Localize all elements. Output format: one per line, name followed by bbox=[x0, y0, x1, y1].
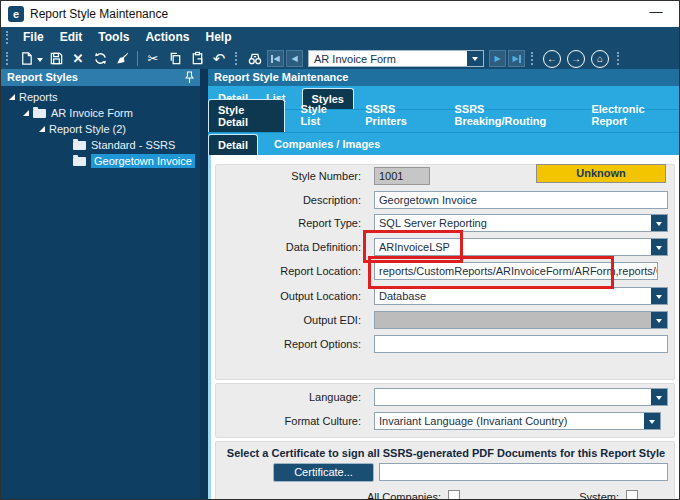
home-icon: ⌂ bbox=[597, 54, 603, 64]
certificate-field[interactable] bbox=[379, 463, 668, 481]
menu-help[interactable]: Help bbox=[197, 27, 239, 48]
data-definition-dropdown[interactable] bbox=[651, 239, 667, 255]
report-styles-panel: Report Styles Reports AR Invoice Form Re… bbox=[1, 69, 200, 500]
format-culture-value: Invariant Language (Invariant Country) bbox=[375, 415, 644, 427]
forward-button[interactable]: → bbox=[567, 50, 585, 68]
detail-panel-header: Report Style Maintenance bbox=[208, 69, 680, 86]
save-button[interactable] bbox=[45, 50, 67, 68]
clear-button[interactable] bbox=[111, 50, 133, 68]
report-type-label: Report Type: bbox=[201, 217, 361, 229]
menu-actions[interactable]: Actions bbox=[137, 27, 197, 48]
new-document-icon bbox=[19, 51, 34, 66]
pin-icon[interactable] bbox=[184, 71, 195, 84]
output-edi-combo bbox=[374, 311, 668, 329]
chevron-down-icon bbox=[656, 246, 662, 253]
first-record-button[interactable]: ◀ bbox=[267, 50, 284, 67]
tree-item-georgetown-invoice[interactable]: Georgetown Invoice bbox=[73, 153, 195, 169]
tab-style-list[interactable]: Style List bbox=[299, 103, 350, 132]
style-number-label: Style Number: bbox=[201, 170, 361, 182]
output-location-dropdown[interactable] bbox=[651, 288, 667, 304]
record-selector-combo[interactable]: AR Invoice Form bbox=[308, 50, 484, 67]
tab-detail-selected[interactable]: Detail bbox=[208, 134, 258, 155]
new-button[interactable] bbox=[15, 50, 37, 68]
undo-icon: ↶ bbox=[213, 51, 226, 66]
status-unknown-button[interactable]: Unknown bbox=[536, 164, 666, 183]
grip-handle[interactable] bbox=[617, 52, 621, 65]
record-selector-dropdown[interactable] bbox=[467, 51, 483, 66]
certificate-button[interactable]: Certificate... bbox=[273, 463, 374, 482]
language-combo[interactable] bbox=[374, 388, 668, 406]
next-record-icon: ▶ bbox=[494, 54, 500, 63]
tab-row-2: Style Detail Style List SSRS Printers SS… bbox=[208, 109, 680, 132]
folder-icon bbox=[33, 109, 46, 118]
expander-icon[interactable] bbox=[9, 94, 15, 100]
refresh-icon bbox=[93, 51, 108, 66]
report-type-value: SQL Server Reporting bbox=[375, 217, 651, 229]
delete-button[interactable]: ✕ bbox=[67, 50, 89, 68]
expander-icon[interactable] bbox=[23, 110, 29, 116]
output-location-label: Output Location: bbox=[201, 290, 361, 302]
menu-edit[interactable]: Edit bbox=[52, 27, 91, 48]
refresh-button[interactable] bbox=[89, 50, 111, 68]
format-culture-dropdown[interactable] bbox=[644, 413, 660, 429]
paste-button[interactable] bbox=[186, 50, 208, 68]
output-location-combo[interactable]: Database bbox=[374, 287, 668, 305]
tab-companies-images[interactable]: Companies / Images bbox=[272, 138, 382, 155]
tab-ssrs-breaking-routing[interactable]: SSRS Breaking/Routing bbox=[452, 103, 575, 132]
tree-item-label: Standard - SSRS bbox=[91, 139, 175, 151]
tab-ssrs-printers[interactable]: SSRS Printers bbox=[363, 103, 438, 132]
report-options-field[interactable] bbox=[374, 335, 668, 353]
output-location-value: Database bbox=[375, 290, 651, 302]
data-definition-combo[interactable]: ARInvoiceLSP bbox=[374, 238, 668, 256]
tab-style-detail-selected[interactable]: Style Detail bbox=[208, 99, 285, 132]
panel-splitter[interactable] bbox=[200, 69, 208, 500]
next-record-button[interactable]: ▶ bbox=[489, 50, 506, 67]
paste-icon bbox=[190, 51, 205, 66]
delete-icon: ✕ bbox=[73, 52, 84, 65]
tree-item-reports[interactable]: Reports bbox=[9, 89, 58, 105]
grip-handle[interactable] bbox=[6, 52, 10, 65]
minimize-button[interactable]: — bbox=[641, 3, 671, 24]
report-type-combo[interactable]: SQL Server Reporting bbox=[374, 214, 668, 232]
previous-record-icon: ◀ bbox=[291, 54, 297, 63]
style-number-field: 1001 bbox=[374, 167, 430, 185]
panel-title: Report Style Maintenance bbox=[214, 71, 348, 83]
tree-item-label: AR Invoice Form bbox=[51, 107, 133, 119]
first-record-arrow: ◀ bbox=[273, 54, 279, 63]
toolbar-separator bbox=[137, 51, 138, 66]
cut-button[interactable]: ✂ bbox=[142, 50, 164, 68]
home-button[interactable]: ⌂ bbox=[591, 50, 609, 68]
report-location-field[interactable]: reports/CustomReports/ARInvoiceForm/ARFo… bbox=[374, 262, 658, 280]
format-culture-label: Format Culture: bbox=[201, 415, 361, 427]
grip-handle[interactable] bbox=[6, 31, 10, 44]
report-type-dropdown[interactable] bbox=[651, 215, 667, 231]
copy-button[interactable] bbox=[164, 50, 186, 68]
tab-electronic-report[interactable]: Electronic Report bbox=[589, 103, 680, 132]
chevron-down-icon bbox=[656, 222, 662, 229]
data-definition-label: Data Definition: bbox=[201, 241, 361, 253]
system-checkbox[interactable] bbox=[626, 490, 638, 500]
tree-item-ar-invoice-form[interactable]: AR Invoice Form bbox=[23, 105, 133, 121]
report-options-label: Report Options: bbox=[201, 338, 361, 350]
last-record-button[interactable]: ▶ bbox=[508, 50, 525, 67]
tree-item-report-style[interactable]: Report Style (2) bbox=[39, 121, 126, 137]
description-field[interactable]: Georgetown Invoice bbox=[374, 191, 668, 209]
menu-file[interactable]: File bbox=[15, 27, 52, 48]
panel-title: Report Styles bbox=[7, 71, 78, 83]
search-button[interactable] bbox=[244, 50, 266, 68]
save-icon bbox=[49, 51, 64, 66]
chevron-down-icon bbox=[656, 396, 662, 403]
menu-tools[interactable]: Tools bbox=[90, 27, 137, 48]
expander-icon[interactable] bbox=[39, 126, 45, 132]
menu-bar: File Edit Tools Actions Help bbox=[1, 27, 679, 48]
undo-button[interactable]: ↶ bbox=[208, 50, 230, 68]
tree-item-label-selected: Georgetown Invoice bbox=[91, 154, 195, 168]
previous-record-button[interactable]: ◀ bbox=[286, 50, 303, 67]
back-button[interactable]: ← bbox=[543, 50, 561, 68]
grip-handle[interactable] bbox=[531, 52, 535, 65]
grip-handle[interactable] bbox=[235, 52, 239, 65]
format-culture-combo[interactable]: Invariant Language (Invariant Country) bbox=[374, 412, 661, 430]
language-dropdown[interactable] bbox=[651, 389, 667, 405]
new-dropdown-icon[interactable] bbox=[37, 58, 43, 65]
tree-item-standard-ssrs[interactable]: Standard - SSRS bbox=[73, 137, 175, 153]
